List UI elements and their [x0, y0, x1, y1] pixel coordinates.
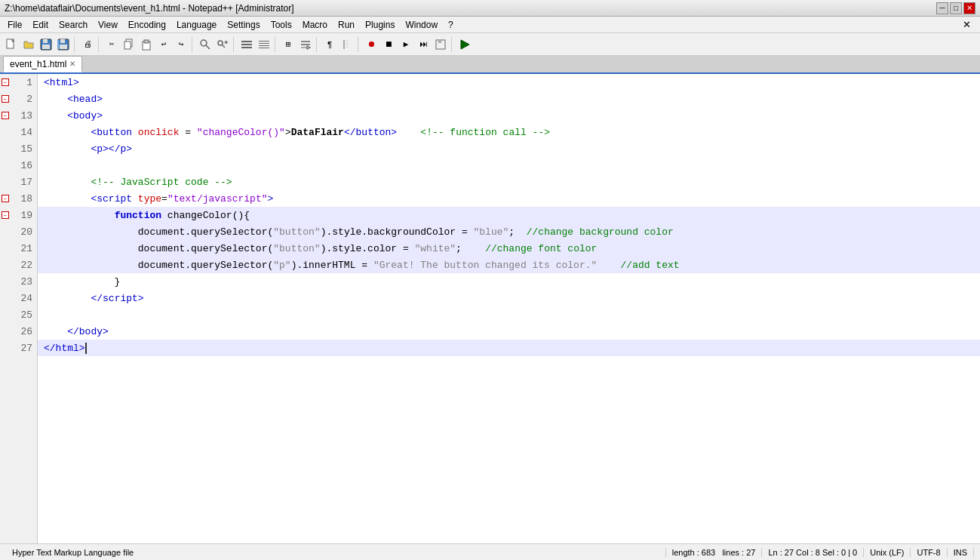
line-num-15: 15 — [0, 140, 37, 157]
maximize-button[interactable]: □ — [950, 2, 962, 14]
tb-syncscroll[interactable]: ⊞ — [280, 36, 296, 53]
fold-2[interactable]: − — [2, 95, 9, 103]
line-num-25: 25 — [0, 306, 37, 323]
editor: − 1 − 2 − 13 14 15 16 17 − 18 − 19 20 21… — [0, 74, 980, 543]
tb-wordwrap[interactable] — [297, 36, 314, 53]
code-content: <head> — [44, 94, 103, 105]
tb-replace[interactable] — [214, 36, 231, 53]
tb-copy[interactable] — [121, 36, 137, 53]
tb-save-macro[interactable] — [432, 36, 449, 53]
code-line-1: <html> — [38, 74, 980, 91]
menu-edit[interactable]: Edit — [28, 18, 53, 32]
fold-13[interactable]: − — [2, 112, 9, 119]
tb-sep7 — [358, 37, 361, 52]
svg-rect-23 — [259, 48, 269, 48]
tb-allchars[interactable]: ¶ — [321, 36, 338, 53]
code-line-13: <body> — [38, 107, 980, 124]
status-filetype: Hyper Text Markup Language file — [6, 548, 666, 557]
svg-marker-30 — [461, 40, 469, 49]
line-num-21: 21 — [0, 240, 37, 257]
svg-rect-3 — [43, 39, 48, 43]
tab-bar: event_h1.html ✕ — [0, 56, 980, 74]
title-text: Z:\home\dataflair\Documents\event_h1.htm… — [5, 3, 294, 14]
tb-undo[interactable]: ↩ — [155, 36, 172, 53]
svg-rect-20 — [259, 41, 269, 42]
svg-line-16 — [222, 45, 225, 48]
code-line-23: } — [38, 273, 980, 290]
tb-run-macro[interactable]: ⏭ — [415, 36, 432, 53]
tb-cut[interactable]: ✂ — [103, 36, 120, 53]
code-line-19: function changeColor(){ — [38, 207, 980, 223]
line-num-23: 23 — [0, 273, 37, 290]
tb-zoomout[interactable] — [256, 36, 272, 53]
tb-playback[interactable]: ▶ — [398, 36, 414, 53]
tb-indent[interactable] — [339, 36, 355, 53]
tb-find[interactable] — [197, 36, 214, 53]
menu-encoding[interactable]: Encoding — [124, 18, 171, 32]
tb-sep2 — [98, 37, 101, 52]
tb-save[interactable] — [38, 36, 54, 53]
tb-sep4 — [233, 37, 236, 52]
tb-paste[interactable] — [138, 36, 155, 53]
code-area[interactable]: <html> <head> <body> <button onclick = "… — [38, 74, 980, 543]
svg-rect-21 — [259, 43, 269, 44]
minimize-button[interactable]: ─ — [936, 2, 948, 14]
close-x-button[interactable]: ✕ — [957, 19, 977, 30]
code-line-22: document.querySelector("p").innerHTML = … — [38, 257, 980, 273]
svg-rect-22 — [259, 45, 269, 46]
menu-tools[interactable]: Tools — [266, 18, 296, 32]
line-num-1: − 1 — [0, 74, 37, 91]
toolbar: 🖨 ✂ ↩ ↪ ⊞ ¶ ⏺ ⏹ ▶ ⏭ — [0, 33, 980, 56]
menu-window[interactable]: Window — [401, 18, 442, 32]
code-line-25 — [38, 306, 980, 323]
menu-file[interactable]: File — [3, 18, 26, 32]
tb-print[interactable]: 🖨 — [79, 36, 96, 53]
line-num-16: 16 — [0, 157, 37, 174]
menu-help[interactable]: ? — [444, 18, 458, 32]
line-num-24: 24 — [0, 290, 37, 306]
menu-macro[interactable]: Macro — [298, 18, 332, 32]
code-line-2: <head> — [38, 91, 980, 107]
tb-sep3 — [192, 37, 195, 52]
tab-label: event_h1.html — [10, 59, 66, 69]
tb-launch[interactable] — [456, 36, 473, 53]
tab-event-h1[interactable]: event_h1.html ✕ — [3, 56, 82, 72]
svg-rect-19 — [241, 47, 252, 48]
code-line-21: document.querySelector("button").style.c… — [38, 240, 980, 257]
tb-new[interactable] — [3, 36, 20, 53]
menu-bar: File Edit Search View Encoding Language … — [0, 17, 980, 33]
menu-plugins[interactable]: Plugins — [361, 18, 399, 32]
svg-rect-10 — [124, 42, 131, 49]
tb-redo[interactable]: ↪ — [173, 36, 189, 53]
code-line-24: </script> — [38, 290, 980, 306]
tb-sep8 — [451, 37, 454, 52]
tb-zoomin[interactable] — [238, 36, 255, 53]
menu-search[interactable]: Search — [54, 18, 92, 32]
tb-record-macro[interactable]: ⏺ — [363, 36, 379, 53]
line-num-14: 14 — [0, 124, 37, 140]
line-num-19: − 19 — [0, 207, 37, 223]
svg-rect-8 — [57, 40, 59, 49]
line-numbers: − 1 − 2 − 13 14 15 16 17 − 18 − 19 20 21… — [0, 74, 38, 543]
tb-sep5 — [275, 37, 278, 52]
svg-rect-18 — [241, 44, 252, 45]
menu-view[interactable]: View — [94, 18, 122, 32]
tb-saveall[interactable] — [55, 36, 72, 53]
line-num-13: − 13 — [0, 107, 37, 124]
status-ins: INS — [948, 548, 974, 557]
menu-language[interactable]: Language — [172, 18, 221, 32]
fold-1[interactable]: − — [2, 78, 9, 86]
menu-run[interactable]: Run — [333, 18, 359, 32]
tab-close-button[interactable]: ✕ — [69, 60, 75, 68]
tb-open[interactable] — [20, 36, 37, 53]
tb-stop-record[interactable]: ⏹ — [380, 36, 397, 53]
status-line-ending: Unix (LF) — [864, 548, 911, 557]
line-num-26: 26 — [0, 323, 37, 340]
code-line-18: <script type="text/javascript"> — [38, 190, 980, 207]
close-button[interactable]: ✕ — [963, 2, 975, 14]
svg-line-14 — [206, 45, 210, 49]
fold-19[interactable]: − — [2, 211, 9, 219]
line-num-22: 22 — [0, 257, 37, 273]
fold-18[interactable]: − — [2, 195, 9, 202]
menu-settings[interactable]: Settings — [223, 18, 264, 32]
